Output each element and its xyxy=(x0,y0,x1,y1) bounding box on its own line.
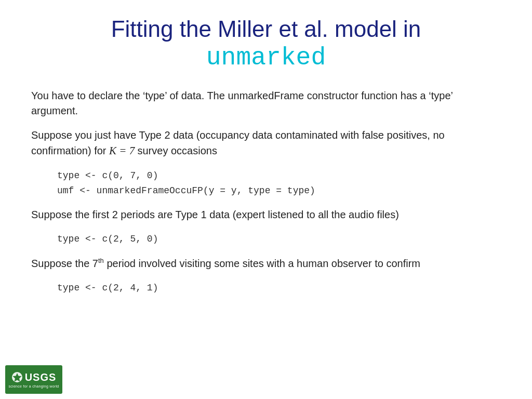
type2-paragraph: Suppose you just have Type 2 data (occup… xyxy=(31,128,501,158)
slide: Fitting the Miller et al. model in unmar… xyxy=(0,0,532,399)
intro-paragraph: You have to declare the ‘type’ of data. … xyxy=(31,88,501,118)
content-area: You have to declare the ‘type’ of data. … xyxy=(31,88,501,296)
usgs-logo-top: USGS xyxy=(11,371,57,383)
type2-text2: survey occasions xyxy=(138,145,217,156)
usgs-tagline: science for a changing world xyxy=(8,384,59,388)
type2-code-line1: type <- c(0, 7, 0) xyxy=(57,168,501,183)
usgs-logo: USGS science for a changing world xyxy=(5,365,62,394)
type2-code-block: type <- c(0, 7, 0) umf <- unmarkedFrameO… xyxy=(31,168,501,198)
type1-code-line: type <- c(2, 5, 0) xyxy=(57,232,501,247)
type3-paragraph: Suppose the 7th period involved visiting… xyxy=(31,256,501,271)
type3-superscript: th xyxy=(98,257,104,265)
type3-text-pre: Suppose the 7 xyxy=(31,258,98,269)
title-line1: Fitting the Miller et al. model in xyxy=(31,16,501,43)
type2-math: K = 7 xyxy=(109,144,137,157)
type1-code-block: type <- c(2, 5, 0) xyxy=(31,232,501,247)
usgs-emblem-icon xyxy=(11,371,23,383)
usgs-text-label: USGS xyxy=(25,371,57,383)
title-line2: unmarked xyxy=(31,43,501,73)
type3-text-post: period involved visiting some sites with… xyxy=(104,258,420,269)
type2-text: Suppose you just have Type 2 data (occup… xyxy=(31,129,445,156)
type3-code-line: type <- c(2, 4, 1) xyxy=(57,281,501,296)
type1-paragraph: Suppose the first 2 periods are Type 1 d… xyxy=(31,207,501,222)
type3-code-block: type <- c(2, 4, 1) xyxy=(31,281,501,296)
type2-code-line2: umf <- unmarkedFrameOccuFP(y = y, type =… xyxy=(57,183,501,198)
title-block: Fitting the Miller et al. model in unmar… xyxy=(31,16,501,73)
